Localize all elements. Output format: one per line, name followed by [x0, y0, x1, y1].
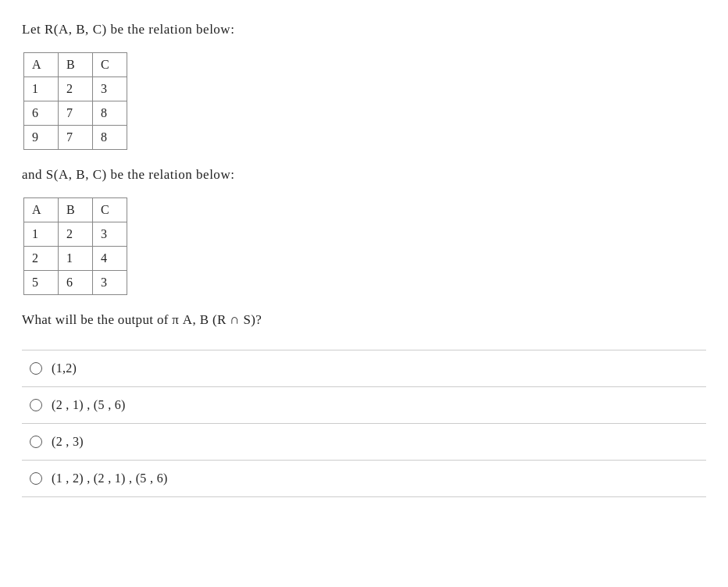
option-label: (1 , 2) , (2 , 1) , (5 , 6) — [52, 471, 168, 486]
option-row[interactable]: (1 , 2) , (2 , 1) , (5 , 6) — [22, 461, 706, 497]
option-label: (2 , 1) , (5 , 6) — [52, 398, 126, 412]
table-row: 123 — [24, 222, 127, 247]
table-row: 563 — [24, 271, 127, 295]
question-text: What will be the output of π A, B (R ∩ S… — [22, 309, 706, 330]
relation-s-table: ABC123214563 — [23, 197, 127, 295]
option-label: (1,2) — [52, 361, 77, 375]
relation-r-table: ABC123678978 — [23, 52, 127, 150]
option-row[interactable]: (2 , 1) , (5 , 6) — [22, 387, 706, 424]
table-row: 678 — [24, 101, 127, 126]
table-header-cell: C — [93, 198, 127, 222]
table-header-cell: A — [24, 53, 59, 77]
radio-icon — [30, 472, 42, 485]
table-header-cell: A — [24, 198, 59, 222]
option-row[interactable]: (2 , 3) — [22, 424, 706, 461]
table-cell: 1 — [24, 77, 59, 101]
table-row: 978 — [24, 126, 127, 150]
table-cell: 3 — [93, 222, 127, 247]
table-cell: 2 — [59, 77, 93, 101]
table-cell: 4 — [93, 247, 127, 271]
table-cell: 7 — [59, 126, 93, 150]
table-cell: 3 — [93, 271, 127, 295]
table-cell: 5 — [24, 271, 59, 295]
table-cell: 2 — [24, 247, 59, 271]
table-header-cell: B — [59, 53, 93, 77]
table-cell: 3 — [93, 77, 127, 101]
radio-icon — [30, 362, 42, 375]
table-cell: 8 — [93, 126, 127, 150]
table-cell: 6 — [24, 101, 59, 126]
table-cell: 1 — [59, 247, 93, 271]
option-label: (2 , 3) — [52, 435, 84, 449]
table-row: 123 — [24, 77, 127, 101]
table-cell: 9 — [24, 126, 59, 150]
and-text: and S(A, B, C) be the relation below: — [22, 164, 706, 185]
radio-icon — [30, 399, 42, 411]
table-cell: 8 — [93, 101, 127, 126]
table-cell: 2 — [59, 222, 93, 247]
radio-icon — [30, 436, 42, 448]
table-cell: 1 — [24, 222, 59, 247]
table-cell: 6 — [59, 271, 93, 295]
table-row: 214 — [24, 247, 127, 271]
table-header-cell: B — [59, 198, 93, 222]
options-container: (1,2)(2 , 1) , (5 , 6)(2 , 3)(1 , 2) , (… — [22, 350, 706, 497]
option-row[interactable]: (1,2) — [22, 350, 706, 387]
table-cell: 7 — [59, 101, 93, 126]
table-header-cell: C — [93, 53, 127, 77]
intro-text: Let R(A, B, C) be the relation below: — [22, 19, 706, 40]
